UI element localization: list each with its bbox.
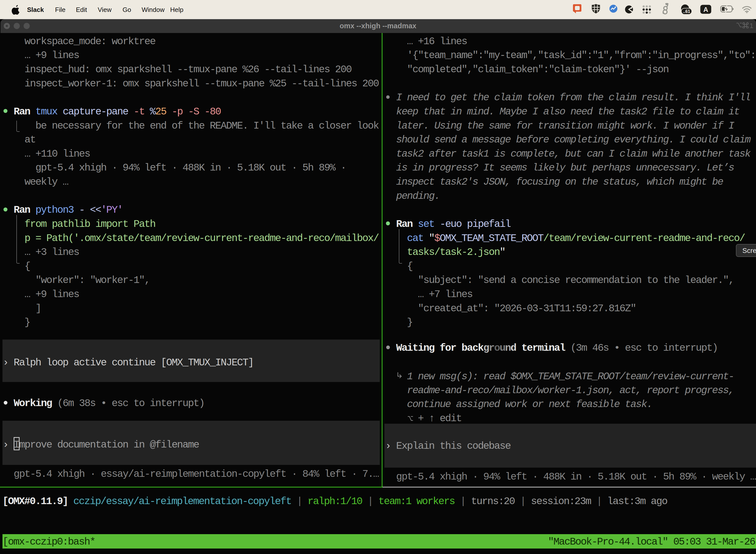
svg-text:..61: ..61	[683, 9, 690, 14]
svg-text:A: A	[703, 6, 708, 13]
